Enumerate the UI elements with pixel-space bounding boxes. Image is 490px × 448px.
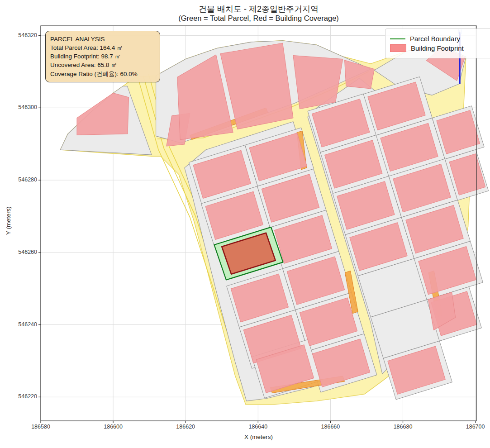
building-footprint-polygon [77,93,129,135]
y-tick-label: 546220 [0,393,37,400]
legend-box: Parcel BoundaryBuilding Footprint [385,29,490,58]
legend-patch-swatch [390,44,406,52]
x-axis-label: X (meters) [41,434,476,440]
infobox-line: Building Footprint: 98.7 ㎡ [50,52,155,61]
legend-line-swatch [390,38,405,39]
y-tick-label: 546300 [0,104,37,110]
y-tick-label: 546260 [0,249,37,255]
building-footprint-polygon [293,56,343,109]
chart-title-line1: 건물 배치도 - 제2종일반주거지역 [41,4,476,14]
legend-item: Parcel Boundary [390,35,490,43]
x-tick-label: 186580 [20,424,61,430]
y-tick-label: 546240 [0,321,37,328]
x-tick-label: 186620 [165,424,206,430]
infobox-line: Total Parcel Area: 164.4 ㎡ [50,43,155,52]
x-tick-label: 186660 [310,424,351,430]
y-axis-label: Y (meters) [5,200,12,241]
parcel-analysis-infobox: PARCEL ANALYSIS Total Parcel Area: 164.4… [45,31,160,82]
x-tick-label: 186640 [238,424,278,430]
chart-title-line2: (Green = Total Parcel, Red = Building Co… [41,14,476,23]
infobox-lines: Total Parcel Area: 164.4 ㎡Building Footp… [50,43,155,78]
legend-item-label: Parcel Boundary [410,35,460,43]
infobox-title: PARCEL ANALYSIS [50,35,155,43]
x-tick-label: 186600 [93,424,133,430]
infobox-line: Coverage Ratio (건폐율): 60.0% [50,70,155,78]
infobox-line: Uncovered Area: 65.8 ㎡ [50,61,155,69]
legend-item: Building Footprint [390,44,490,52]
legend-item-label: Building Footprint [411,44,464,52]
x-tick-label: 186700 [455,424,490,430]
x-tick-label: 186680 [382,424,423,430]
y-tick-label: 546320 [0,32,37,38]
figure-canvas: N 건물 배치도 - 제2종일반주거지역 (Green = Total Parc… [0,0,490,448]
y-tick-label: 546280 [0,176,37,183]
